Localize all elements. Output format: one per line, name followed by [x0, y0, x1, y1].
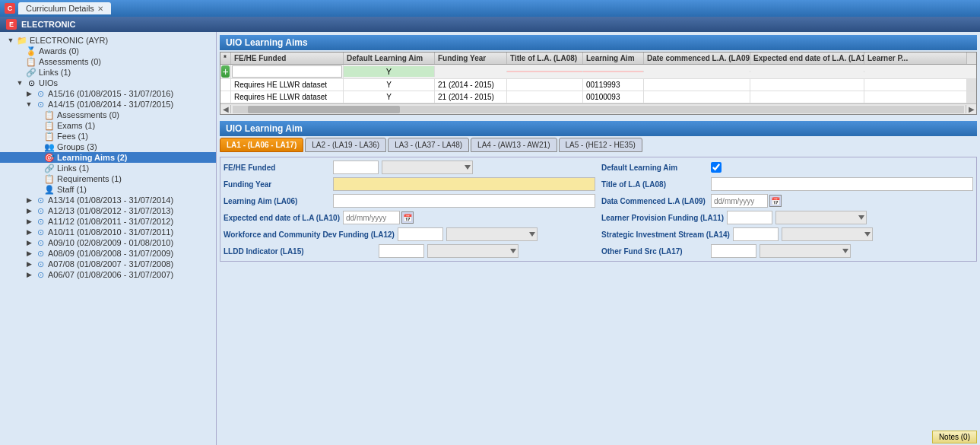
select-strategic[interactable]: [782, 227, 873, 241]
tab-la4[interactable]: LA4 - (AW13 - AW21): [471, 138, 557, 152]
sidebar-item-a1415[interactable]: ▼ ⊙ A14/15 (01/08/2014 - 31/07/2015): [0, 99, 216, 110]
date-wrap-commenced: 📅: [711, 194, 782, 208]
sidebar-item-learning-aims[interactable]: 🎯 Learning Aims (2): [0, 152, 216, 163]
row1-date: [644, 79, 750, 91]
sidebar-item-a1415-exams[interactable]: 📋 Exams (1): [0, 120, 216, 131]
sidebar-label-a1415-groups: Groups (3): [57, 142, 97, 151]
col-header-enddate: Expected end date of L.A. (LA10): [750, 52, 864, 64]
sidebar-item-a1516[interactable]: ▶ ⊙ A15/16 (01/08/2015 - 31/07/2016): [0, 88, 216, 99]
input-title-la08[interactable]: [711, 177, 973, 191]
new-row-learning: [583, 71, 644, 72]
a0910-icon: ⊙: [35, 239, 46, 247]
main-container: E ELECTRONIC ▼ 📁 ELECTRONIC (AYR) 🏅 Awar…: [0, 17, 980, 445]
calendar-icon-commenced[interactable]: 📅: [769, 195, 782, 207]
select-learner-provision[interactable]: [775, 211, 867, 224]
input-learning-aim-la06[interactable]: [333, 194, 595, 208]
select-lldd[interactable]: [427, 244, 519, 258]
label-data-commenced: Data Commenced L.A (LA09): [601, 197, 708, 205]
a1011-icon: ⊙: [35, 228, 46, 237]
sidebar-item-a1314[interactable]: ▶ ⊙ A13/14 (01/08/2013 - 31/07/2014): [0, 195, 216, 205]
sidebar-item-a1213[interactable]: ▶ ⊙ A12/13 (01/08/2012 - 31/07/2013): [0, 205, 216, 216]
new-row-date: [644, 71, 750, 72]
input-workforce[interactable]: [398, 227, 443, 241]
select-funding-year[interactable]: [333, 177, 595, 191]
bottom-bar: Notes (0): [932, 431, 977, 443]
sidebar-item-a0809[interactable]: ▶ ⊙ A08/09 (01/08/2008 - 31/07/2009): [0, 248, 216, 259]
detail-form: FE/HE Funded Default Learning Aim Fundin…: [220, 157, 977, 262]
sidebar-label-uios: UIOs: [39, 78, 58, 87]
sidebar-item-a0708[interactable]: ▶ ⊙ A07/08 (01/08/2007 - 31/07/2008): [0, 259, 216, 269]
row2-funding: 21 (2014 - 2015): [435, 91, 507, 103]
hscroll-right[interactable]: ▶: [966, 105, 976, 113]
sidebar-label-awards: Awards (0): [39, 46, 79, 56]
spacer: [33, 174, 43, 183]
tab-la1[interactable]: LA1 - (LA06 - LA17): [220, 138, 303, 152]
sidebar-item-awards[interactable]: 🏅 Awards (0): [0, 46, 216, 56]
expand-a1314-icon: ▶: [24, 195, 33, 205]
sidebar-label-links-top: Links (1): [39, 68, 71, 77]
tab-close-icon[interactable]: ✕: [97, 5, 103, 13]
select-other-fund[interactable]: [760, 244, 851, 258]
tab-la3[interactable]: LA3 - (LA37 - LA48): [388, 138, 469, 152]
sidebar-label-a1415-requirements: Requirements (1): [57, 174, 122, 183]
col-header-funding: Funding Year: [435, 52, 507, 64]
tabs-bar: LA1 - (LA06 - LA17) LA2 - (LA19 - LA36) …: [220, 138, 977, 152]
sidebar-item-a1415-fees[interactable]: 📋 Fees (1): [0, 131, 216, 141]
input-other-fund[interactable]: [711, 244, 756, 258]
sidebar-item-a1011[interactable]: ▶ ⊙ A10/11 (01/08/2010 - 31/07/2011): [0, 227, 216, 237]
curriculum-details-tab[interactable]: Curriculum Details ✕: [18, 2, 111, 14]
sidebar-item-a1415-groups[interactable]: 👥 Groups (3): [0, 141, 216, 152]
sidebar-item-uios[interactable]: ▼ ⊙ UIOs: [0, 78, 216, 88]
table-row[interactable]: Requires HE LLWR dataset Y 21 (2014 - 20…: [220, 79, 976, 91]
row2-learning: 00100093: [583, 91, 644, 103]
col-header-learner: Learner P...: [864, 52, 967, 64]
vscroll-header: [967, 52, 976, 64]
new-row-title: [507, 71, 583, 72]
row2-learner: [864, 91, 967, 103]
hscroll-thumb[interactable]: [248, 106, 400, 113]
select-fehe[interactable]: [382, 161, 473, 174]
a0607-icon: ⊙: [35, 271, 46, 279]
a1213-icon: ⊙: [35, 207, 46, 215]
new-row-fehe-select[interactable]: [232, 65, 342, 78]
table-row[interactable]: Requires HE LLWR dataset Y 21 (2014 - 20…: [220, 91, 976, 103]
grid-section: UIO Learning Aims * FE/HE Funded Default…: [217, 32, 980, 118]
hscroll-left[interactable]: ◀: [220, 105, 231, 113]
new-row-fehe[interactable]: [231, 65, 344, 78]
tab-la2[interactable]: LA2 - (LA19 - LA36): [305, 138, 386, 152]
sidebar-item-a0910[interactable]: ▶ ⊙ A09/10 (02/08/2009 - 01/08/2010): [0, 237, 216, 248]
checkbox-default[interactable]: [711, 162, 722, 173]
tab-la5[interactable]: LA5 - (HE12 - HE35): [559, 138, 642, 152]
sidebar-item-electronic-ayr[interactable]: ▼ 📁 ELECTRONIC (AYR): [0, 35, 216, 46]
hscroll-bar[interactable]: ◀ ▶: [220, 103, 976, 114]
input-learner-provision[interactable]: [727, 211, 772, 224]
sidebar-item-a1415-requirements[interactable]: 📋 Requirements (1): [0, 173, 216, 184]
label-expected-end: Expected end date of L.A (LA10): [224, 214, 340, 222]
input-fehe-text[interactable]: [333, 161, 379, 174]
folder-icon: 📁: [17, 37, 27, 45]
sidebar-item-a0607[interactable]: ▶ ⊙ A06/07 (01/08/2006 - 31/07/2007): [0, 269, 216, 280]
sidebar-item-a1112[interactable]: ▶ ⊙ A11/12 (01/08/2011 - 31/07/2012): [0, 216, 216, 227]
input-strategic[interactable]: [733, 227, 779, 241]
notes-button[interactable]: Notes (0): [932, 431, 977, 443]
input-date-commenced[interactable]: [711, 194, 768, 208]
col-header-date: Date commenced L.A. (LA09): [644, 52, 750, 64]
label-title: Title of L.A (LA08): [601, 180, 708, 189]
input-lldd[interactable]: [379, 244, 424, 258]
col-header-title: Title of L.A. (LA08): [507, 52, 583, 64]
select-workforce[interactable]: [446, 227, 538, 241]
tab-label: Curriculum Details: [26, 4, 94, 13]
sidebar-item-a1415-links[interactable]: 🔗 Links (1): [0, 163, 216, 173]
expand-a0809-icon: ▶: [24, 249, 33, 258]
hscroll-track[interactable]: [233, 106, 964, 113]
section-header-icon: E: [6, 19, 17, 30]
row1-learning: 00119993: [583, 79, 644, 91]
add-record-button[interactable]: +: [221, 65, 230, 78]
a1415-exams-icon: 📋: [44, 122, 55, 130]
sidebar-item-a1415-staff[interactable]: 👤 Staff (1): [0, 184, 216, 195]
sidebar-item-links-top[interactable]: 🔗 Links (1): [0, 67, 216, 78]
sidebar-item-assessments-top[interactable]: 📋 Assessments (0): [0, 56, 216, 67]
input-date-end[interactable]: [343, 211, 400, 224]
sidebar-item-a1415-assessments[interactable]: 📋 Assessments (0): [0, 110, 216, 120]
calendar-icon-end[interactable]: 📅: [401, 211, 414, 224]
